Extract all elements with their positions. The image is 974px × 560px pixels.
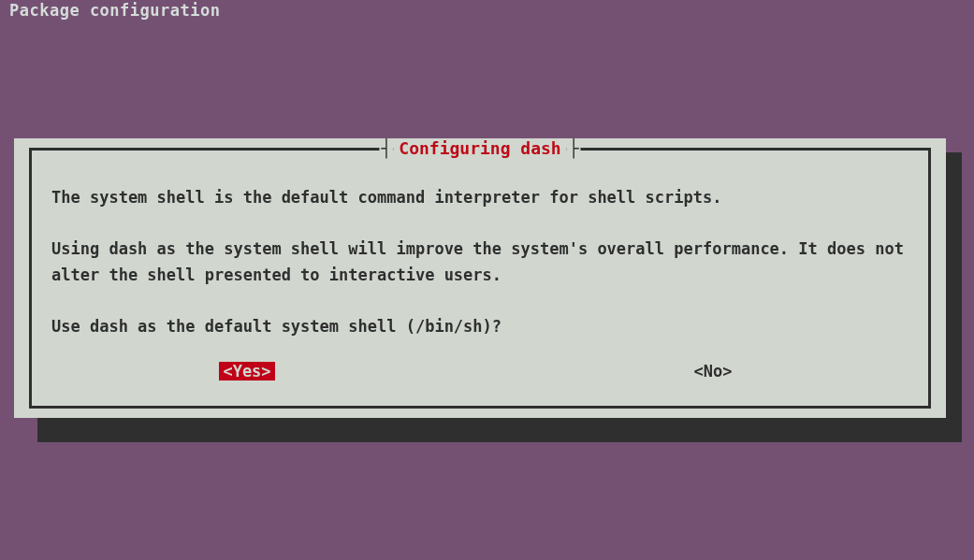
dialog-line-2: Using dash as the system shell will impr… [51, 237, 909, 288]
title-bracket-left: ┤ [379, 138, 393, 158]
dialog-line-3: Use dash as the default system shell (/b… [51, 314, 909, 340]
title-bracket-right: ├ [567, 138, 581, 158]
no-button[interactable]: <No> [694, 362, 733, 381]
dialog-content: The system shell is the default command … [51, 185, 909, 339]
dialog-title: Configuring dash [393, 138, 566, 158]
yes-button[interactable]: <Yes> [219, 362, 274, 381]
dialog-title-wrap: ┤ Configuring dash ├ [379, 138, 580, 158]
config-dialog: ┤ Configuring dash ├ The system shell is… [14, 138, 946, 418]
page-header: Package configuration [0, 0, 974, 20]
dialog-line-1: The system shell is the default command … [51, 185, 909, 211]
dialog-buttons: <Yes> <No> [14, 362, 946, 381]
